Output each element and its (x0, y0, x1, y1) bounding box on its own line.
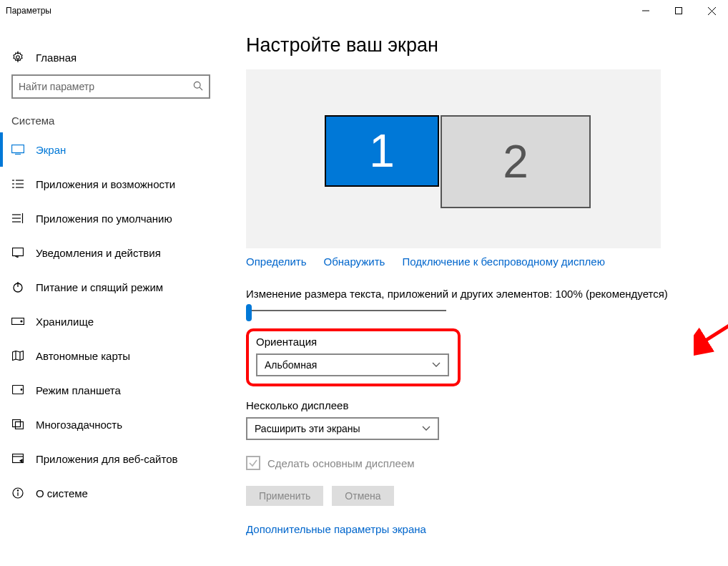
sidebar-item-label: Питание и спящий режим (36, 281, 163, 293)
sidebar-item-multitask[interactable]: Многозадачность (0, 407, 222, 441)
sidebar-item-label: Приложения и возможности (36, 178, 175, 190)
page-heading: Настройте ваш экран (246, 34, 728, 57)
section-label: Система (0, 103, 222, 132)
titlebar: Параметры (0, 0, 728, 21)
apply-button[interactable]: Применить (246, 486, 323, 506)
svg-point-23 (21, 321, 22, 322)
sidebar-item-label: Уведомления и действия (36, 247, 161, 259)
info-icon (11, 487, 24, 499)
identify-link[interactable]: Определить (246, 255, 307, 268)
sidebar-item-display[interactable]: Экран (0, 132, 222, 167)
scaling-slider[interactable] (246, 310, 446, 311)
multitask-icon (11, 419, 24, 429)
svg-line-36 (701, 222, 728, 343)
svg-line-6 (200, 87, 202, 90)
primary-display-label: Сделать основным дисплеем (267, 457, 415, 469)
svg-rect-29 (16, 422, 24, 429)
svg-point-27 (21, 389, 22, 391)
monitor-2[interactable]: 2 (441, 115, 591, 208)
display-arrangement[interactable]: 1 2 (246, 69, 661, 248)
svg-point-34 (17, 490, 18, 491)
multi-label: Несколько дисплеев (246, 399, 728, 411)
detect-link[interactable]: Обнаружить (324, 255, 385, 268)
primary-display-checkbox (246, 456, 260, 470)
minimize-button[interactable] (629, 0, 662, 21)
scaling-label: Изменение размера текста, приложений и д… (246, 288, 728, 300)
chevron-down-icon (422, 424, 431, 434)
home-nav[interactable]: Главная (0, 40, 222, 74)
map-icon (11, 351, 24, 361)
sidebar-item-maps[interactable]: Автономные карты (0, 338, 222, 373)
svg-rect-28 (13, 420, 21, 427)
chevron-down-icon (432, 360, 441, 370)
advanced-settings-link[interactable]: Дополнительные параметры экрана (246, 523, 426, 535)
search-icon (193, 81, 203, 93)
sidebar-item-notifications[interactable]: Уведомления и действия (0, 235, 222, 270)
default-apps-icon (11, 213, 24, 223)
maximize-button[interactable] (662, 0, 695, 21)
sidebar-item-apps[interactable]: Приложения и возможности (0, 167, 222, 201)
sidebar-item-label: Режим планшета (36, 384, 121, 396)
slider-thumb[interactable] (246, 304, 252, 321)
orientation-dropdown[interactable]: Альбомная (256, 353, 449, 376)
list-icon (11, 179, 24, 189)
svg-rect-7 (12, 145, 24, 153)
sidebar-item-label: Автономные карты (36, 350, 130, 362)
svg-point-4 (16, 56, 20, 59)
sidebar-item-label: О системе (36, 487, 88, 499)
sidebar-item-about[interactable]: О системе (0, 476, 222, 510)
home-label: Главная (36, 52, 77, 64)
sidebar-item-label: Приложения для веб-сайтов (36, 453, 178, 465)
sidebar-item-tablet[interactable]: Режим планшета (0, 373, 222, 407)
tablet-icon (11, 385, 24, 395)
orientation-value: Альбомная (265, 359, 317, 371)
close-button[interactable] (695, 0, 728, 21)
web-apps-icon (11, 454, 24, 464)
svg-rect-1 (676, 8, 682, 14)
sidebar-item-label: Хранилище (36, 316, 94, 328)
cancel-button[interactable]: Отмена (332, 486, 393, 506)
wireless-link[interactable]: Подключение к беспроводному дисплею (402, 255, 605, 268)
sidebar-item-label: Многозадачность (36, 419, 122, 431)
search-input-wrap[interactable] (11, 74, 210, 99)
sidebar-item-label: Экран (36, 144, 66, 156)
window-controls (629, 0, 728, 21)
sidebar: Главная Система Экран Прилож (0, 21, 222, 566)
search-input[interactable] (19, 81, 193, 92)
sidebar-item-label: Приложения по умолчанию (36, 213, 172, 225)
sidebar-item-default-apps[interactable]: Приложения по умолчанию (0, 201, 222, 235)
multi-value: Расширить эти экраны (255, 423, 360, 434)
notifications-icon (11, 248, 24, 258)
gear-icon (11, 51, 24, 64)
display-icon (11, 145, 24, 155)
multi-display-dropdown[interactable]: Расширить эти экраны (246, 417, 439, 440)
sidebar-item-power[interactable]: Питание и спящий режим (0, 270, 222, 304)
main-panel: Настройте ваш экран 1 2 Определить Обнар… (222, 21, 728, 566)
orientation-label: Ориентация (256, 336, 451, 348)
window-title: Параметры (6, 6, 629, 16)
sidebar-item-web-apps[interactable]: Приложения для веб-сайтов (0, 441, 222, 476)
storage-icon (11, 318, 24, 325)
orientation-highlight: Ориентация Альбомная (246, 328, 461, 386)
sidebar-item-storage[interactable]: Хранилище (0, 304, 222, 338)
power-icon (11, 281, 24, 293)
svg-rect-19 (13, 248, 24, 256)
monitor-1[interactable]: 1 (325, 115, 439, 187)
svg-point-5 (194, 82, 200, 88)
